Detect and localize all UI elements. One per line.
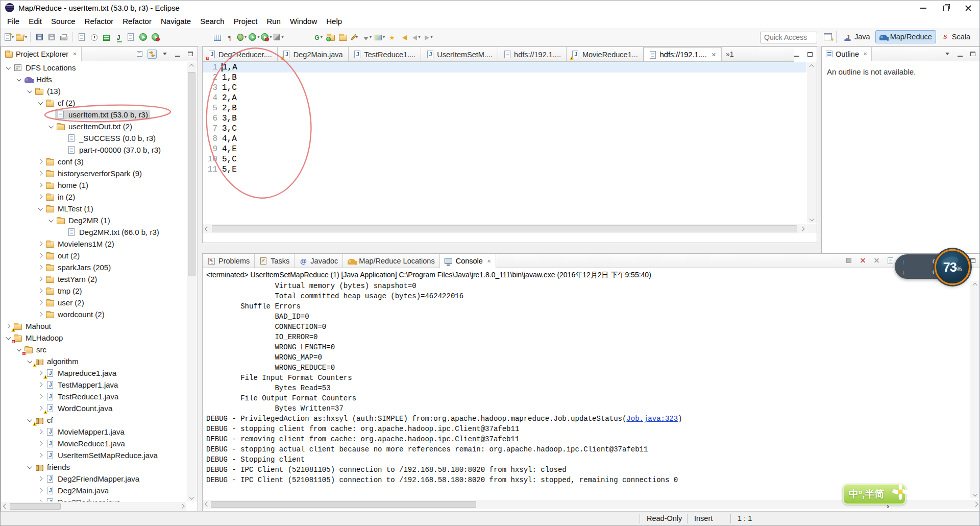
expand-arrow-icon[interactable] (36, 299, 44, 307)
run-configurations-button[interactable]: ▾ (261, 31, 272, 43)
tree-item-historyserverforspark-9[interactable]: historyserverforSpark (9) (1, 168, 186, 179)
coverage-bars-button[interactable] (101, 31, 112, 43)
new-java-project-button[interactable]: ▾ (16, 31, 27, 43)
view-menu-button[interactable] (160, 50, 169, 59)
console-tab-tasks[interactable]: Tasks (255, 254, 295, 268)
expand-arrow-icon[interactable] (36, 381, 44, 389)
menu-help-10[interactable]: Help (322, 15, 347, 28)
collapse-arrow-icon[interactable] (26, 463, 34, 471)
console-output[interactable]: Virtual memory (bytes) snapshot=0 Total … (203, 281, 970, 498)
outline-tab[interactable]: Outline ✕ (822, 47, 872, 61)
run-history-button[interactable] (88, 31, 100, 43)
minimize-view-button[interactable] (955, 50, 965, 59)
editor-vertical-scrollbar[interactable] (807, 62, 817, 223)
menu-project-7[interactable]: Project (229, 15, 262, 28)
perspective-scala-button[interactable]: Scala (938, 30, 974, 43)
tree-item-src[interactable]: src (1, 344, 186, 355)
menu-file-0[interactable]: File (3, 15, 24, 28)
close-tab-icon[interactable]: ✕ (712, 52, 716, 58)
collapse-arrow-icon[interactable] (36, 205, 44, 213)
menu-run-8[interactable]: Run (262, 15, 285, 28)
scroll-down-arrow[interactable] (187, 493, 195, 501)
console-tab-locations[interactable]: Map/Reduce Locations (343, 254, 439, 268)
coverage-report-button[interactable]: ▾ (313, 31, 324, 43)
stacktrace-link[interactable]: Job.java:323 (626, 415, 678, 423)
menu-navigate-5[interactable]: Navigate (156, 15, 195, 28)
forward-button[interactable]: ▾ (423, 31, 434, 43)
expand-arrow-icon[interactable] (36, 475, 44, 483)
expand-arrow-icon[interactable] (36, 451, 44, 460)
dropdown-arrow-icon[interactable]: ▾ (418, 35, 420, 39)
tree-item-useritemout-txt-2[interactable]: userItemOut.txt (2) (1, 121, 186, 132)
editor-console-sash[interactable] (202, 243, 817, 253)
search-button[interactable]: ▾ (350, 31, 361, 43)
open-dfs-folder-button[interactable] (325, 31, 336, 43)
project-explorer-tab[interactable]: Project Explorer ✕ (1, 47, 82, 61)
tree-item-useritem-txt-53-0-b-r3[interactable]: userItem.txt (53.0 b, r3) (1, 109, 186, 121)
show-table-button[interactable] (212, 31, 223, 43)
dropdown-arrow-icon[interactable]: ▾ (321, 35, 323, 39)
open-folder-button[interactable] (337, 31, 349, 43)
tree-item-testyarn-2[interactable]: testYarn (2) (1, 273, 186, 285)
tree-item-out-2[interactable]: out (2) (1, 250, 186, 261)
collapse-arrow-icon[interactable] (4, 64, 12, 72)
open-perspective-button[interactable] (823, 32, 832, 41)
tree-item-success-0-0-b-r3[interactable]: _SUCCESS (0.0 b, r3) (1, 132, 186, 144)
run-application-button[interactable] (137, 31, 149, 43)
restore-window-button[interactable] (935, 1, 957, 15)
editor-tab-3[interactable]: TestReduce1.... (349, 47, 422, 62)
close-window-button[interactable] (957, 1, 979, 15)
tree-item-testmapper1-java[interactable]: TestMapper1.java (1, 379, 186, 391)
scroll-right-arrow[interactable] (972, 500, 980, 509)
tree-item-movielens1m-2[interactable]: Movielens1M (2) (1, 238, 186, 250)
expand-arrow-icon[interactable] (36, 158, 44, 166)
run-error-button[interactable] (150, 31, 161, 43)
menu-refactor-4[interactable]: Refactor (118, 15, 156, 28)
tree-item-algorithm[interactable]: algorithm (1, 355, 186, 367)
perspective-mapreduce-button[interactable]: Map/Reduce (875, 30, 936, 43)
tree-item-cf-2[interactable]: cf (2) (1, 97, 186, 109)
tree-item-mlhadoop[interactable]: MLHadoop (1, 332, 186, 344)
scrollbar-thumb[interactable] (211, 501, 476, 508)
collapse-arrow-icon[interactable] (36, 99, 44, 107)
tree-item-mapreduce1-java[interactable]: Mapreduce1.java (1, 367, 186, 379)
maximize-view-button[interactable] (186, 50, 195, 59)
explorer-horizontal-scrollbar[interactable] (1, 502, 186, 511)
dropdown-arrow-icon[interactable]: ▾ (257, 35, 259, 39)
close-view-icon[interactable]: ✕ (863, 51, 867, 57)
menu-window-9[interactable]: Window (285, 15, 322, 28)
expand-arrow-icon[interactable] (36, 487, 44, 495)
external-tools-button[interactable]: ▾ (273, 31, 284, 43)
back-to-last-edit-button[interactable] (399, 31, 410, 43)
tree-item-13[interactable]: (13) (1, 85, 186, 97)
menu-source-2[interactable]: Source (46, 15, 80, 28)
clear-console-button[interactable] (886, 256, 895, 265)
tree-item-user-2[interactable]: user (2) (1, 297, 186, 308)
close-tab-icon[interactable]: ✕ (487, 258, 491, 264)
scroll-left-arrow[interactable] (203, 225, 211, 233)
editor-outline-sash[interactable] (817, 46, 821, 253)
tree-item-wordcount-2[interactable]: wordcount (2) (1, 308, 186, 320)
link-with-editor-button[interactable] (148, 50, 157, 59)
remove-all-launches-button[interactable] (872, 256, 881, 265)
tree-item-wordcount-java[interactable]: WordCount.java (1, 402, 186, 414)
scroll-left-arrow[interactable] (1, 503, 9, 511)
tree-item-deg2mr-txt-66-0-b-r3[interactable]: Deg2MR.txt (66.0 b, r3) (1, 226, 186, 238)
menu-search-6[interactable]: Search (195, 15, 229, 28)
new-image-button[interactable]: ▾ (374, 31, 385, 43)
dropdown-arrow-icon[interactable]: ▾ (383, 35, 385, 39)
last-edit-location-button[interactable] (386, 31, 398, 43)
scrollbar-thumb[interactable] (188, 72, 195, 276)
console-tab-javadoc[interactable]: Javadoc (295, 254, 343, 268)
editor-tab-1[interactable]: Deg2Reducer.... (203, 47, 278, 62)
hidden-tabs-chevron[interactable]: »1 (722, 47, 738, 61)
perspective-java-button[interactable]: Java (840, 30, 874, 43)
tree-item-cf[interactable]: cf (1, 414, 186, 426)
console-vertical-scrollbar[interactable] (970, 281, 980, 498)
editor-tab-2[interactable]: Deg2Main.java (278, 47, 349, 62)
run-button[interactable]: ▾ (249, 31, 260, 43)
tree-item-moviereduce1-java[interactable]: MovieReduce1.java (1, 438, 186, 449)
scrollbar-thumb[interactable] (10, 503, 61, 510)
collapse-arrow-icon[interactable] (47, 123, 55, 131)
scrollbar-thumb[interactable] (212, 225, 797, 232)
